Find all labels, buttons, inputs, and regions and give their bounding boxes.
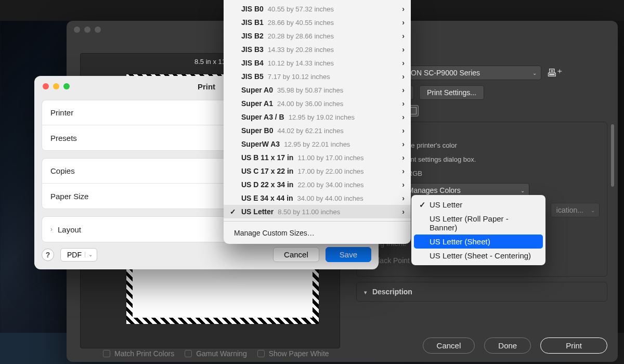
submenu-arrow-icon: › xyxy=(402,140,405,148)
size-dimensions: 8.50 by 11.00 inches xyxy=(278,208,340,216)
size-dimensions: 22.00 by 34.00 inches xyxy=(297,181,363,189)
checkbox-icon xyxy=(185,350,192,357)
paper-size-option[interactable]: Super A124.00 by 36.00 inches› xyxy=(224,97,411,110)
show-paper-white-checkbox[interactable]: Show Paper White xyxy=(257,349,329,358)
size-dimensions: 34.00 by 44.00 inches xyxy=(297,194,363,202)
traffic-zoom-disabled xyxy=(95,27,101,33)
checkbox-icon xyxy=(257,350,265,357)
pdf-menu-button[interactable]: PDF⌄ xyxy=(60,248,97,262)
paper-variant-option[interactable]: US Letter (Sheet - Centering) xyxy=(414,249,543,263)
paper-size-option[interactable]: Super B044.02 by 62.21 inches› xyxy=(224,124,411,137)
submenu-arrow-icon: › xyxy=(402,45,405,54)
checkbox-icon xyxy=(103,350,110,357)
size-dimensions: 40.55 by 57.32 inches xyxy=(268,5,334,13)
size-dimensions: 12.95 by 22.01 inches xyxy=(284,140,350,148)
submenu-arrow-icon: › xyxy=(402,194,405,202)
size-name: JIS B0 xyxy=(241,5,264,13)
ps-cancel-button[interactable]: Cancel xyxy=(423,337,475,354)
size-name: Super A1 xyxy=(241,99,273,108)
size-dimensions: 12.95 by 19.02 inches xyxy=(289,113,355,121)
size-name: US C 17 x 22 in xyxy=(241,167,293,175)
paper-size-option[interactable]: JIS B314.33 by 20.28 inches› xyxy=(224,43,411,56)
chevron-down-icon: ⌄ xyxy=(85,252,93,257)
label-printer: Printer xyxy=(50,108,108,117)
add-printer-icon[interactable]: 🖶⁺ xyxy=(547,67,563,79)
chevron-down-icon: ⌄ xyxy=(521,187,525,193)
size-dimensions: 7.17 by 10.12 inches xyxy=(268,73,330,81)
description-heading: Description xyxy=(372,288,412,296)
size-dimensions: 20.28 by 28.66 inches xyxy=(268,32,334,40)
size-dimensions: 44.02 by 62.21 inches xyxy=(277,127,343,135)
submenu-arrow-icon: › xyxy=(402,126,405,135)
help-button[interactable]: ? xyxy=(42,249,54,261)
submenu-arrow-icon: › xyxy=(402,86,405,94)
size-name: JIS B2 xyxy=(241,32,264,40)
mac-sheet-footer: ? PDF⌄ Cancel Save xyxy=(42,247,371,262)
submenu-arrow-icon: › xyxy=(402,32,405,40)
chevron-right-icon: › xyxy=(50,226,53,233)
paper-size-submenu: US LetterUS Letter (Roll Paper - Banner)… xyxy=(411,195,545,265)
scrollbar-thumb[interactable] xyxy=(611,124,614,187)
menu-separator xyxy=(224,221,411,222)
size-name: JIS B5 xyxy=(241,72,264,81)
paper-size-option[interactable]: SuperW A312.95 by 22.01 inches› xyxy=(224,137,411,151)
ps-done-button[interactable]: Done xyxy=(484,337,531,354)
submenu-arrow-icon: › xyxy=(402,18,405,27)
size-dimensions: 28.66 by 40.55 inches xyxy=(268,19,334,27)
printer-select[interactable]: EPSON SC-P9000 Series⌄ xyxy=(391,66,541,80)
submenu-arrow-icon: › xyxy=(402,99,405,108)
size-name: US E 34 x 44 in xyxy=(241,194,293,202)
size-name: JIS B3 xyxy=(241,45,264,54)
size-dimensions: 24.00 by 36.00 inches xyxy=(277,100,343,108)
submenu-arrow-icon: › xyxy=(402,113,405,121)
size-name: Super B0 xyxy=(241,126,273,135)
size-name: Super A0 xyxy=(241,86,273,94)
specification-select: ication...⌄ xyxy=(551,203,600,217)
label-paper-size: Paper Size xyxy=(50,192,108,201)
description-section[interactable]: ▾ Description xyxy=(356,282,607,302)
paper-size-option[interactable]: JIS B220.28 by 28.66 inches› xyxy=(224,29,411,43)
paper-size-option[interactable]: Super A3 / B12.95 by 19.02 inches› xyxy=(224,110,411,124)
paper-size-option[interactable]: JIS B040.55 by 57.32 inches› xyxy=(224,2,411,16)
paper-size-option[interactable]: US E 34 x 44 in34.00 by 44.00 inches› xyxy=(224,191,411,205)
size-name: JIS B4 xyxy=(241,59,264,67)
paper-size-option[interactable]: JIS B410.12 by 14.33 inches› xyxy=(224,56,411,70)
ps-dialog-footer: Cancel Done Print xyxy=(423,337,607,354)
ps-print-button[interactable]: Print xyxy=(540,337,607,354)
size-dimensions: 11.00 by 17.00 inches xyxy=(297,154,363,162)
print-settings-button[interactable]: Print Settings... xyxy=(419,85,484,100)
paper-variant-option[interactable]: US Letter (Sheet) xyxy=(414,235,543,249)
size-dimensions: 10.12 by 14.33 inches xyxy=(268,59,334,67)
traffic-close-disabled xyxy=(74,27,80,33)
disclosure-triangle-icon: ▾ xyxy=(364,289,367,295)
mac-cancel-button[interactable]: Cancel xyxy=(273,247,319,262)
submenu-arrow-icon: › xyxy=(402,180,405,189)
manage-custom-sizes[interactable]: Manage Custom Sizes… xyxy=(224,224,411,242)
paper-size-option[interactable]: Super A035.98 by 50.87 inches› xyxy=(224,83,411,97)
size-name: US D 22 x 34 in xyxy=(241,180,293,189)
paper-variant-option[interactable]: US Letter (Roll Paper - Banner) xyxy=(414,212,543,235)
mac-save-button[interactable]: Save xyxy=(326,247,371,262)
chevron-down-icon: ⌄ xyxy=(532,70,537,76)
paper-size-option[interactable]: JIS B57.17 by 10.12 inches› xyxy=(224,70,411,83)
paper-size-option[interactable]: US C 17 x 22 in17.00 by 22.00 inches› xyxy=(224,164,411,178)
label-copies: Copies xyxy=(50,166,108,175)
paper-variant-option[interactable]: US Letter xyxy=(414,198,543,212)
match-print-colors-checkbox[interactable]: Match Print Colors xyxy=(103,349,174,358)
label-presets: Presets xyxy=(50,134,108,142)
size-name: Super A3 / B xyxy=(241,113,284,121)
paper-size-option[interactable]: US D 22 x 34 in22.00 by 34.00 inches› xyxy=(224,178,411,191)
paper-size-option[interactable]: US B 11 x 17 in11.00 by 17.00 inches› xyxy=(224,151,411,164)
submenu-arrow-icon: › xyxy=(402,72,405,81)
chevron-down-icon: ⌄ xyxy=(591,207,595,213)
size-dimensions: 14.33 by 20.28 inches xyxy=(268,46,334,54)
size-dimensions: 35.98 by 50.87 inches xyxy=(277,86,343,94)
paper-size-option[interactable]: US Letter8.50 by 11.00 inches› xyxy=(224,205,411,218)
paper-size-option[interactable]: JIS B128.66 by 40.55 inches› xyxy=(224,16,411,29)
submenu-arrow-icon: › xyxy=(402,207,405,216)
size-name: JIS B1 xyxy=(241,18,264,27)
submenu-arrow-icon: › xyxy=(402,5,405,13)
size-name: US B 11 x 17 in xyxy=(241,153,293,162)
gamut-warning-checkbox[interactable]: Gamut Warning xyxy=(185,349,247,358)
size-name: SuperW A3 xyxy=(241,140,280,148)
